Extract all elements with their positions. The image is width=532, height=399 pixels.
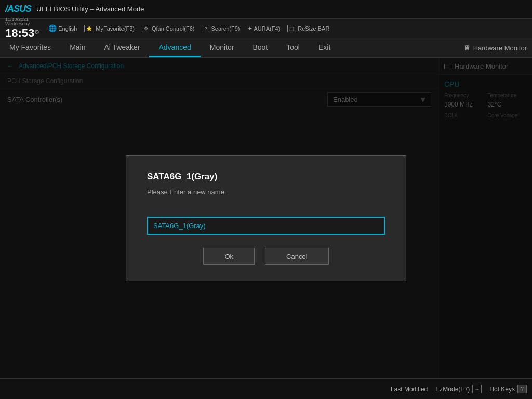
hardware-monitor-nav: 🖥 Hardware Monitor	[463, 38, 532, 57]
nav-main[interactable]: Main	[60, 38, 95, 57]
qfan-label: Qfan Control(F6)	[152, 25, 195, 32]
rename-dialog: SATA6G_1(Gray) Please Enter a new name. …	[126, 155, 406, 281]
toolbar-english[interactable]: 🌐 English	[48, 24, 77, 32]
asus-logo: /ASUS	[5, 4, 31, 15]
content-area: ← Advanced\PCH Storage Configuration PCH…	[0, 58, 532, 378]
toolbar: 🌐 English ⭐ MyFavorite(F3) ⚙ Qfan Contro…	[48, 24, 329, 32]
app-title: UEFI BIOS Utility – Advanced Mode	[36, 5, 527, 13]
globe-icon: 🌐	[48, 24, 57, 32]
english-label: English	[58, 25, 77, 32]
datetime-display: 11/10/2021 Wednesday 18:53⚙	[5, 17, 39, 40]
nav-monitor[interactable]: Monitor	[201, 38, 244, 57]
aura-label: AURA(F4)	[254, 25, 281, 32]
toolbar-qfan[interactable]: ⚙ Qfan Control(F6)	[142, 25, 195, 32]
dialog-subtitle: Please Enter a new name.	[147, 188, 385, 196]
last-modified-label: Last Modified	[391, 385, 428, 393]
toolbar-search[interactable]: ? Search(F9)	[202, 25, 240, 32]
dialog-overlay: SATA6G_1(Gray) Please Enter a new name. …	[0, 58, 438, 378]
monitor-nav-icon: 🖥	[463, 44, 471, 52]
nav-advanced[interactable]: Advanced	[149, 38, 200, 57]
toolbar-aura[interactable]: ✦ AURA(F4)	[247, 25, 281, 32]
nav-exit[interactable]: Exit	[309, 38, 340, 57]
ezmode-footer[interactable]: EzMode(F7) →	[435, 385, 482, 393]
dialog-title: SATA6G_1(Gray)	[147, 171, 385, 182]
nav-boot[interactable]: Boot	[243, 38, 277, 57]
footer-bar: Last Modified EzMode(F7) → Hot Keys ?	[0, 378, 532, 399]
ok-button[interactable]: Ok	[203, 248, 255, 265]
ezmode-arrow-icon: →	[472, 385, 482, 393]
cancel-button[interactable]: Cancel	[265, 248, 328, 265]
toolbar-resizebar[interactable]: ⬚ ReSize BAR	[287, 25, 329, 32]
main-panel: ← Advanced\PCH Storage Configuration PCH…	[0, 58, 438, 378]
settings-gear-icon[interactable]: ⚙	[34, 28, 39, 34]
hotkeys-question-icon: ?	[517, 385, 527, 393]
aura-icon: ✦	[247, 25, 252, 32]
toolbar-myfavorite[interactable]: ⭐ MyFavorite(F3)	[84, 25, 135, 32]
hotkeys-label: Hot Keys	[489, 385, 515, 393]
fan-icon: ⚙	[142, 25, 150, 32]
dialog-name-input[interactable]	[147, 217, 385, 235]
hotkeys-footer[interactable]: Hot Keys ?	[489, 385, 527, 393]
header-bar: /ASUS UEFI BIOS Utility – Advanced Mode	[0, 0, 532, 19]
nav-ai-tweaker[interactable]: Ai Tweaker	[95, 38, 149, 57]
ezmode-label: EzMode(F7)	[435, 385, 470, 393]
search-icon: ?	[202, 25, 209, 32]
date-display: 11/10/2021 Wednesday	[5, 17, 30, 26]
myfavorite-label: MyFavorite(F3)	[96, 25, 135, 32]
timebar: 11/10/2021 Wednesday 18:53⚙ 🌐 English ⭐ …	[0, 19, 532, 38]
time-display: 18:53⚙	[5, 26, 39, 40]
search-label: Search(F9)	[211, 25, 240, 32]
star-icon: ⭐	[84, 25, 94, 32]
last-modified-footer[interactable]: Last Modified	[391, 385, 428, 393]
nav-favorites[interactable]: My Favorites	[0, 38, 60, 57]
resizebar-label: ReSize BAR	[298, 25, 329, 32]
main-nav: My Favorites Main Ai Tweaker Advanced Mo…	[0, 38, 532, 58]
dialog-buttons: Ok Cancel	[147, 248, 385, 265]
resizebar-icon: ⬚	[287, 25, 296, 32]
hardware-monitor-label: Hardware Monitor	[473, 44, 527, 52]
nav-tool[interactable]: Tool	[277, 38, 309, 57]
